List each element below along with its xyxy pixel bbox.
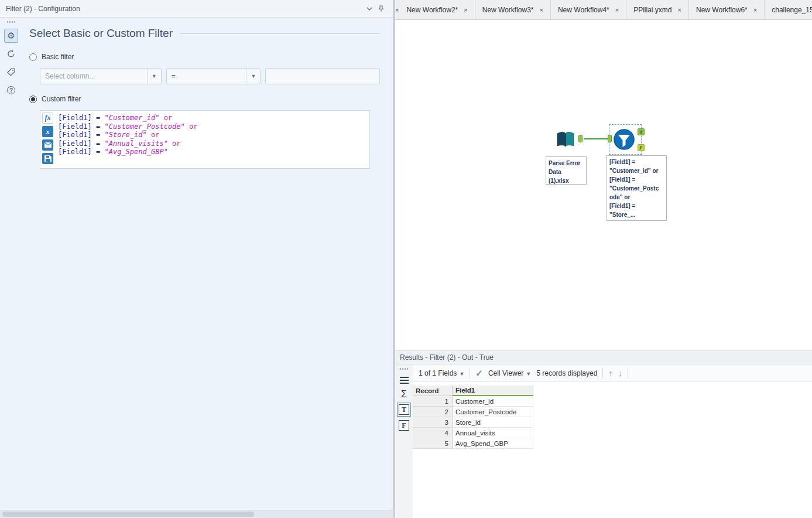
- filter-input-anchor[interactable]: [608, 135, 612, 142]
- record-number-cell[interactable]: 1: [413, 396, 453, 407]
- tab-label: PPillai.yxmd: [633, 6, 671, 14]
- tab-close-icon[interactable]: ×: [678, 6, 681, 13]
- tab-label: challenge_15_: [772, 6, 812, 14]
- true-output-view-icon[interactable]: T: [399, 404, 409, 415]
- input-tool-label[interactable]: Parse Error Data(1).xlsxQuery=`Sheet1$`: [546, 156, 587, 185]
- tab-close-icon[interactable]: ×: [540, 6, 543, 13]
- configuration-content: Select Basic or Custom Filter Basic filt…: [22, 18, 393, 510]
- constants-icon[interactable]: [42, 139, 53, 151]
- arrow-down-icon[interactable]: ↓: [618, 368, 623, 378]
- custom-filter-option[interactable]: Custom filter: [29, 95, 380, 103]
- field1-value-cell[interactable]: Annual_visits: [453, 428, 533, 438]
- toolbar-grip[interactable]: [7, 21, 15, 23]
- scrollbar-thumb[interactable]: [2, 512, 254, 517]
- tab-close-icon[interactable]: ×: [615, 6, 619, 13]
- functions-icon[interactable]: fx: [42, 113, 53, 124]
- configuration-panel: Filter (2) - Configuration ⚙ ? Select Ba…: [0, 0, 393, 518]
- tab-close-icon[interactable]: ×: [753, 6, 757, 13]
- results-side-toolbar: Σ T F: [395, 364, 413, 518]
- results-table-header: Record Field1: [413, 386, 812, 396]
- record-number-cell[interactable]: 3: [413, 417, 453, 428]
- chevron-down-icon: ▼: [459, 371, 464, 377]
- column-header-field1[interactable]: Field1: [453, 386, 533, 396]
- field1-value-cell[interactable]: Customer_id: [453, 396, 533, 407]
- section-title: Select Basic or Custom Filter: [29, 27, 173, 40]
- chevron-down-icon: ▼: [526, 371, 531, 377]
- field1-value-cell[interactable]: Store_id: [453, 417, 533, 428]
- basic-filter-radio[interactable]: [29, 53, 37, 61]
- expression-editor-toolbar: fx x: [42, 113, 55, 164]
- record-number-cell[interactable]: 2: [413, 407, 453, 417]
- help-icon[interactable]: ?: [4, 83, 18, 97]
- configuration-side-toolbar: ⚙ ?: [0, 18, 22, 510]
- gear-icon[interactable]: ⚙: [4, 29, 18, 43]
- workflow-tab[interactable]: New Workflow2*×: [399, 0, 475, 19]
- layout-view-icon[interactable]: [400, 377, 409, 384]
- record-number-cell[interactable]: 5: [413, 438, 453, 449]
- refresh-icon[interactable]: [4, 47, 18, 61]
- workflow-canvas[interactable]: T F Parse Error Data(1).xlsxQuery=`Sheet…: [395, 20, 812, 350]
- true-output-anchor[interactable]: T: [638, 128, 645, 135]
- filter-tool[interactable]: [612, 128, 636, 151]
- column-select[interactable]: Select column... ▼: [40, 68, 162, 84]
- table-row[interactable]: 5Avg_Spend_GBP: [413, 438, 812, 449]
- custom-filter-label: Custom filter: [42, 95, 81, 103]
- results-panel-header: Results - Filter (2) - Out - True: [395, 350, 812, 364]
- cell-viewer-dropdown[interactable]: Cell Viewer▼: [488, 369, 531, 377]
- expression-code[interactable]: [Field1] = "Customer_id" or[Field1] = "C…: [58, 114, 367, 166]
- results-panel-title: Results - Filter (2) - Out - True: [400, 353, 494, 362]
- toolbar-divider: [470, 369, 470, 378]
- tab-close-icon[interactable]: ×: [395, 6, 399, 13]
- tab-label: New Workflow3*: [482, 6, 534, 14]
- false-output-view-icon[interactable]: F: [399, 420, 409, 431]
- record-number-cell[interactable]: 4: [413, 428, 453, 438]
- toolbar-divider: [602, 369, 603, 378]
- results-panel: Results - Filter (2) - Out - True Σ T F …: [395, 350, 812, 518]
- connection-line[interactable]: [584, 138, 609, 139]
- workflow-tab[interactable]: challenge_15_×: [765, 0, 812, 19]
- workflow-tab[interactable]: New Workflow6*×: [689, 0, 765, 19]
- basic-filter-option[interactable]: Basic filter: [29, 53, 380, 61]
- operator-select[interactable]: = ▼: [166, 68, 261, 84]
- table-row[interactable]: 1Customer_id: [413, 396, 812, 407]
- expression-editor[interactable]: fx x [Field1] = "Customer_id" or[Field1]…: [40, 110, 370, 169]
- input-data-tool[interactable]: [554, 128, 577, 151]
- column-header-record[interactable]: Record: [413, 386, 453, 396]
- field1-value-cell[interactable]: Avg_Spend_GBP: [453, 438, 533, 449]
- field1-value-cell[interactable]: Customer_Postcode: [453, 407, 533, 417]
- column-select-placeholder: Select column...: [40, 72, 147, 80]
- input-output-anchor[interactable]: [578, 135, 583, 142]
- configuration-panel-title: Filter (2) - Configuration: [6, 5, 80, 13]
- pin-icon[interactable]: [375, 3, 387, 15]
- config-horizontal-scrollbar[interactable]: [0, 510, 393, 518]
- workflow-tab[interactable]: PPillai.yxmd×: [626, 0, 689, 19]
- basic-filter-label: Basic filter: [42, 53, 74, 61]
- chevron-down-icon[interactable]: ▼: [147, 69, 161, 84]
- tab-close-icon[interactable]: ×: [464, 6, 467, 13]
- save-expression-icon[interactable]: [42, 153, 53, 164]
- apply-check-icon[interactable]: ✓: [475, 368, 483, 379]
- custom-filter-radio[interactable]: [29, 96, 37, 103]
- profile-sigma-icon[interactable]: Σ: [401, 390, 407, 399]
- results-table: Record Field1 1Customer_id2Customer_Post…: [413, 386, 812, 449]
- fields-dropdown[interactable]: 1 of 1 Fields▼: [419, 369, 464, 377]
- arrow-up-icon[interactable]: ↑: [608, 368, 613, 378]
- workflow-tab[interactable]: New Workflow3*×: [475, 0, 551, 19]
- tag-icon[interactable]: [4, 65, 18, 79]
- chevron-down-icon[interactable]: [364, 3, 375, 15]
- filter-tool-annotation[interactable]: [Field1] ="Customer_id" or[Field1] ="Cus…: [607, 155, 667, 221]
- filter-value-input[interactable]: [265, 68, 380, 84]
- table-row[interactable]: 3Store_id: [413, 417, 812, 428]
- chevron-down-icon[interactable]: ▼: [246, 69, 260, 84]
- variables-icon[interactable]: x: [42, 126, 53, 137]
- table-row[interactable]: 4Annual_visits: [413, 428, 812, 438]
- tab-label: New Workflow2*: [406, 6, 458, 14]
- filter-icon: [612, 128, 636, 151]
- false-output-anchor[interactable]: F: [638, 144, 645, 151]
- workflow-tab-partial[interactable]: ×: [395, 0, 399, 19]
- tab-label: New Workflow6*: [696, 6, 748, 14]
- table-row[interactable]: 2Customer_Postcode: [413, 407, 812, 417]
- results-table-body: 1Customer_id2Customer_Postcode3Store_id4…: [413, 396, 812, 449]
- results-grip[interactable]: [400, 368, 408, 370]
- workflow-tab[interactable]: New Workflow4*×: [551, 0, 626, 19]
